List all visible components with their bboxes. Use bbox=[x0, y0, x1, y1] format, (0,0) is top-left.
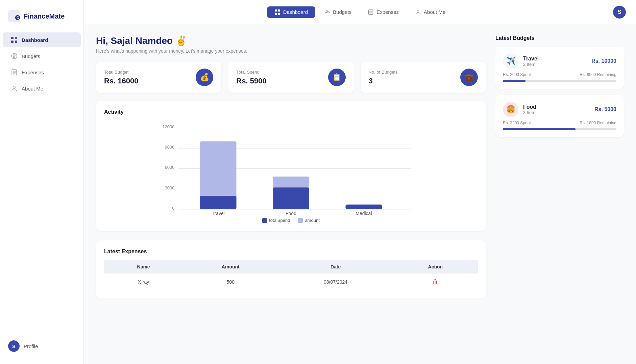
expense-date: 08/07/2024 bbox=[278, 274, 393, 290]
budget-food-text: Food 3 Item bbox=[523, 104, 536, 115]
stats-row: Total Budget Rs. 16000 💰 Total Spend Rs.… bbox=[96, 62, 486, 93]
sidebar-nav: Dashboard Budgets Expenses About Me bbox=[0, 32, 83, 335]
expenses-header-name: Name bbox=[104, 260, 183, 274]
stat-budget-info: Total Budget Rs. 16000 bbox=[104, 70, 139, 85]
stat-count-icon: 💼 bbox=[460, 69, 478, 86]
legend-amount-dot bbox=[298, 218, 303, 223]
stat-spend-value: Rs. 5900 bbox=[236, 77, 266, 85]
expenses-header-amount: Amount bbox=[183, 260, 278, 274]
food-spend-bar bbox=[273, 187, 309, 209]
delete-button[interactable]: 🗑 bbox=[432, 278, 438, 285]
budget-travel-progress-bg bbox=[503, 80, 616, 82]
sidebar-item-budgets[interactable]: Budgets bbox=[3, 49, 81, 63]
page-left: Hi, Sajal Namdeo ✌️ Here's what's happen… bbox=[96, 35, 486, 353]
topnav-avatar[interactable]: S bbox=[613, 6, 626, 19]
main-content: Dashboard Budgets Expenses bbox=[84, 0, 636, 364]
sidebar-item-expenses[interactable]: Expenses bbox=[3, 65, 81, 80]
stat-count-value: 3 bbox=[369, 77, 398, 85]
expense-name: X-ray bbox=[104, 274, 183, 290]
svg-text:Travel: Travel bbox=[212, 211, 224, 215]
legend-amount: amount bbox=[298, 218, 319, 223]
tab-expenses[interactable]: Expenses bbox=[360, 6, 406, 18]
chart-legend: totalSpend amount bbox=[104, 218, 478, 223]
stat-spend-info: Total Spend Rs. 5900 bbox=[236, 70, 266, 85]
legend-totalspend: totalSpend bbox=[262, 218, 290, 223]
svg-rect-7 bbox=[15, 41, 17, 43]
expenses-header-row: Name Amount Date Action bbox=[104, 260, 478, 274]
stat-budget-value: Rs. 16000 bbox=[104, 77, 139, 85]
budget-food-remaining: Rs. 1800 Remaining bbox=[580, 121, 616, 125]
stat-spend-label: Total Spend bbox=[236, 70, 266, 75]
tab-budgets[interactable]: Budgets bbox=[317, 6, 359, 18]
stat-budget-label: Total Budget bbox=[104, 70, 139, 75]
budget-card-travel[interactable]: ✈️ Travel 2 Item Rs. 10000 Rs. 2000 Spen… bbox=[495, 47, 624, 89]
activity-card: Activity 0 3000 6000 9000 12000 bbox=[96, 101, 486, 231]
tab-aboutme[interactable]: About Me bbox=[408, 6, 453, 18]
budget-food-spent: Rs. 3200 Spent bbox=[503, 121, 531, 125]
svg-rect-4 bbox=[11, 37, 14, 39]
svg-text:Food: Food bbox=[286, 211, 296, 215]
budget-card-food-top: 🍔 Food 3 Item Rs. 5000 bbox=[503, 102, 616, 117]
tab-expenses-icon bbox=[368, 9, 374, 15]
svg-point-14 bbox=[326, 10, 328, 12]
stat-count-label: No. of Budgets bbox=[369, 70, 398, 75]
topnav-tabs: Dashboard Budgets Expenses bbox=[267, 6, 453, 18]
expenses-card: Latest Expenses Name Amount Date Action … bbox=[96, 240, 486, 298]
activity-chart-svg: 0 3000 6000 9000 12000 bbox=[104, 121, 478, 215]
sidebar-item-dashboard-label: Dashboard bbox=[22, 37, 48, 43]
sidebar-avatar: S bbox=[8, 340, 20, 352]
budget-travel-spent: Rs. 2000 Spent bbox=[503, 72, 531, 77]
chart-area: 0 3000 6000 9000 12000 bbox=[104, 121, 478, 215]
svg-rect-12 bbox=[275, 12, 277, 15]
budgets-icon bbox=[11, 53, 18, 59]
svg-text:0: 0 bbox=[172, 206, 174, 211]
sidebar-logo[interactable]: 🌱 ⏱ FinanceMate bbox=[0, 7, 83, 32]
sidebar-item-aboutme-label: About Me bbox=[22, 86, 43, 92]
sidebar-profile[interactable]: S Profile bbox=[0, 335, 83, 357]
aboutme-icon bbox=[11, 85, 18, 92]
stat-spend-icon: 📋 bbox=[328, 69, 346, 86]
budget-travel-name: Travel bbox=[523, 56, 539, 62]
budget-card-travel-top: ✈️ Travel 2 Item Rs. 10000 bbox=[503, 53, 616, 69]
dashboard-icon bbox=[11, 36, 18, 43]
tab-budgets-icon bbox=[324, 9, 330, 15]
stat-card-spend: Total Spend Rs. 5900 📋 bbox=[228, 62, 353, 93]
expenses-table: Name Amount Date Action X-ray 500 08/07/… bbox=[104, 260, 478, 290]
budget-travel-emoji: ✈️ bbox=[503, 53, 518, 69]
tab-dashboard-label: Dashboard bbox=[283, 9, 308, 15]
budget-travel-info: ✈️ Travel 2 Item bbox=[503, 53, 539, 69]
sidebar-item-budgets-label: Budgets bbox=[22, 53, 40, 59]
budget-travel-meta: Rs. 2000 Spent Rs. 8000 Remaining bbox=[503, 72, 616, 77]
svg-text:⏱: ⏱ bbox=[16, 16, 20, 20]
sidebar-item-dashboard[interactable]: Dashboard bbox=[3, 32, 81, 47]
page-right: Latest Budgets ✈️ Travel 2 Item Rs. 1000… bbox=[495, 35, 624, 353]
budget-food-progress-fill bbox=[503, 128, 576, 130]
budget-travel-remaining: Rs. 8000 Remaining bbox=[580, 72, 616, 77]
tab-aboutme-label: About Me bbox=[424, 9, 445, 15]
budget-food-items: 3 Item bbox=[523, 110, 536, 115]
budget-card-food[interactable]: 🍔 Food 3 Item Rs. 5000 Rs. 3200 Spent Rs… bbox=[495, 95, 624, 137]
sidebar-item-aboutme[interactable]: About Me bbox=[3, 81, 81, 96]
medical-spend-bar bbox=[346, 205, 382, 209]
legend-amount-label: amount bbox=[305, 218, 319, 223]
tab-dashboard[interactable]: Dashboard bbox=[267, 6, 315, 18]
sidebar-profile-label: Profile bbox=[24, 343, 38, 349]
svg-rect-5 bbox=[15, 37, 17, 39]
stat-card-budget: Total Budget Rs. 16000 💰 bbox=[96, 62, 221, 93]
budget-food-emoji: 🍔 bbox=[503, 102, 518, 117]
budget-travel-amount: Rs. 10000 bbox=[591, 58, 616, 64]
svg-rect-13 bbox=[278, 12, 280, 15]
budget-travel-items: 2 Item bbox=[523, 62, 539, 67]
sidebar: 🌱 ⏱ FinanceMate Dashboard Budgets bbox=[0, 0, 84, 364]
activity-title: Activity bbox=[104, 109, 478, 115]
budget-food-amount: Rs. 5000 bbox=[594, 106, 616, 112]
svg-rect-10 bbox=[275, 9, 277, 11]
tab-budgets-label: Budgets bbox=[333, 9, 351, 15]
expense-action: 🗑 bbox=[393, 274, 478, 290]
page-content: Hi, Sajal Namdeo ✌️ Here's what's happen… bbox=[84, 24, 636, 364]
sidebar-item-expenses-label: Expenses bbox=[22, 70, 44, 75]
legend-totalspend-label: totalSpend bbox=[269, 218, 290, 223]
budget-food-progress-bg bbox=[503, 128, 616, 130]
stat-card-count: No. of Budgets 3 💼 bbox=[361, 62, 486, 93]
greeting-subtitle: Here's what's happening with your money.… bbox=[96, 48, 486, 54]
